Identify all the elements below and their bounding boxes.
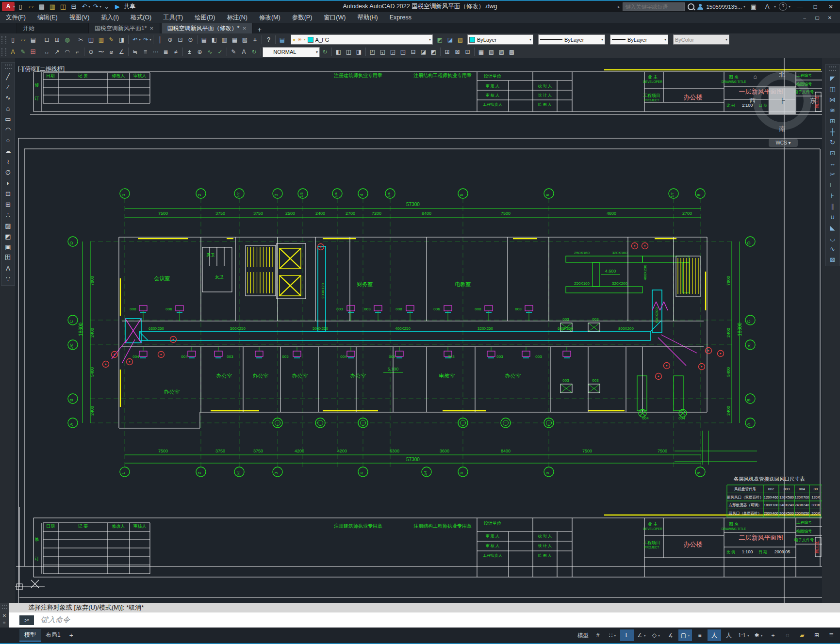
mtext-icon[interactable]: A [3, 263, 14, 274]
help-icon[interactable]: ? [779, 2, 787, 11]
layout-tab-布局1[interactable]: 布局1 [41, 629, 66, 641]
qnew-icon[interactable]: ▯ [8, 35, 18, 45]
dim-update-icon[interactable]: ↻ [249, 47, 259, 57]
dim-linear-icon[interactable]: ↔ [42, 47, 52, 57]
extend-icon[interactable]: ⊢ [827, 179, 838, 190]
search-icon[interactable] [688, 3, 694, 10]
explode-icon[interactable]: ⊠ [827, 254, 838, 265]
user-caret-icon[interactable]: ▾ [743, 4, 745, 9]
layer-on-icon[interactable]: ● [293, 37, 296, 42]
revision-cloud-icon[interactable]: ☁ [3, 145, 14, 156]
maximize-button[interactable]: □ [809, 3, 822, 10]
polygon-icon[interactable]: ⌂ [3, 103, 14, 113]
make-layer-current-icon[interactable]: ◩ [435, 35, 445, 45]
close-tab-icon[interactable]: ✕ [149, 23, 153, 33]
qsave-icon[interactable]: ▤ [36, 1, 47, 12]
erase-icon[interactable]: ◤ [827, 73, 838, 83]
erase-icon[interactable]: ⊡ [462, 47, 473, 57]
close-command-icon[interactable]: ✕ [2, 613, 6, 618]
help-icon[interactable]: ? [264, 35, 274, 45]
offset-icon[interactable]: ≋ [827, 105, 838, 115]
array-icon[interactable]: ⊞ [827, 115, 838, 126]
make-block-icon[interactable]: ⊞ [3, 199, 14, 209]
doc-window-button[interactable]: ▢ [811, 15, 824, 20]
tool-palettes-icon[interactable]: ▥ [219, 35, 230, 45]
dim-style-update-icon[interactable]: ↻ [320, 47, 330, 57]
menu-工具(T)[interactable]: 工具(T) [157, 12, 189, 23]
move-icon[interactable]: ◧ [333, 47, 344, 57]
fillet-icon[interactable]: ◪ [418, 47, 428, 57]
sheet-set-manager-icon[interactable]: ▦ [230, 35, 240, 45]
toolbar-grip[interactable] [1, 36, 6, 44]
doc-window-button[interactable]: ✕ [824, 15, 836, 20]
customization-icon[interactable]: ≣ [824, 629, 838, 641]
dim-arc-length-icon[interactable]: ◠ [62, 47, 72, 57]
clean-screen-icon[interactable]: ⊞ [810, 629, 824, 641]
rotate-icon[interactable]: ↻ [827, 137, 838, 147]
menu-窗口(W)[interactable]: 窗口(W) [318, 12, 351, 23]
menu-编辑(E)[interactable]: 编辑(E) [32, 12, 64, 23]
share-icon[interactable]: ▶ [112, 1, 123, 12]
copy-clip-icon[interactable]: ◫ [86, 35, 96, 45]
file-tab[interactable]: 国税空调新风平面（修改）*✕ [161, 23, 253, 33]
lineweight-control-dropdown[interactable]: ByLayer▾ [610, 34, 668, 45]
drawing-svg[interactable]: 121/231/31/441/4561/78121/2341/4568DC1/C… [15, 58, 822, 603]
arc-icon[interactable]: ◠ [3, 124, 14, 135]
layer-lock-icon[interactable]: ▪ [304, 37, 306, 42]
layer-dropdown-caret[interactable]: ▾ [429, 37, 431, 42]
dim-aligned-icon[interactable]: ↗ [52, 47, 62, 57]
table-icon[interactable]: 田 [3, 252, 14, 263]
layer-control-dropdown[interactable]: ● ☀ ▪ A_FG ▾ [291, 34, 433, 45]
tolerance-icon[interactable]: ± [184, 47, 195, 57]
annotation-monitor-icon[interactable]: ＋ [766, 629, 780, 641]
minimize-button[interactable]: — [793, 3, 806, 10]
plot-icon[interactable]: ⊞ [52, 35, 62, 45]
command-prompt-icon[interactable]: >▾ [19, 615, 34, 625]
graphics-performance-icon[interactable]: ▰ [795, 629, 809, 641]
search-input[interactable] [623, 2, 685, 11]
plotstyle-control-dropdown[interactable]: ByColor▾ [673, 34, 729, 45]
region-icon[interactable]: ▣ [3, 242, 14, 252]
viewport-controls-label[interactable]: [-][俯视][二维线框] [18, 65, 65, 73]
palette-grip[interactable] [829, 66, 836, 71]
new-drawing-tab-button[interactable]: + [254, 26, 265, 33]
file-tab[interactable]: 开始 [16, 23, 87, 33]
wcs-dropdown-label[interactable]: WCS ▾ [775, 140, 791, 145]
dim-style-manager-icon[interactable]: ✎ [18, 47, 28, 57]
palette-grip[interactable] [5, 64, 12, 69]
break-at-point-icon[interactable]: ⊦ [827, 190, 838, 201]
menu-Express[interactable]: Express [384, 12, 417, 23]
circle-icon[interactable]: ○ [3, 135, 14, 145]
properties-palette-icon[interactable]: ▤ [199, 35, 209, 45]
open-web-icon[interactable]: ◫ [58, 1, 68, 12]
menu-绘图(D)[interactable]: 绘图(D) [189, 12, 221, 23]
break-icon[interactable]: ▧ [486, 47, 496, 57]
spline-icon[interactable]: ≀ [3, 156, 14, 167]
file-tab[interactable]: 国税空调新风平面1*✕ [88, 23, 160, 33]
extend-icon[interactable]: ⊟ [408, 47, 418, 57]
move-icon[interactable]: ┼ [827, 126, 838, 137]
line-icon[interactable]: ╱ [3, 71, 14, 81]
dim-jogged-icon[interactable]: 〜 [96, 47, 106, 57]
color-control-dropdown[interactable]: ByLayer▾ [467, 34, 533, 45]
mirror-icon[interactable]: ⋈ [827, 94, 838, 105]
layer-states-icon[interactable]: ▧ [455, 35, 465, 45]
rotate-icon[interactable]: ◰ [367, 47, 378, 57]
polyline-icon[interactable]: ∿ [3, 92, 14, 103]
trim-icon[interactable]: ◳ [398, 47, 408, 57]
layer-previous-icon[interactable]: ◪ [445, 35, 455, 45]
polar-tracking-icon[interactable]: ∠▾ [635, 629, 648, 641]
paste-icon[interactable]: ▥ [96, 35, 106, 45]
dim-baseline-icon[interactable]: ≡ [140, 47, 150, 57]
menu-视图(V)[interactable]: 视图(V) [64, 12, 96, 23]
drawing-canvas[interactable]: 121/231/31/441/4561/78121/2341/4568DC1/C… [15, 58, 822, 603]
model-space-button[interactable]: 模型 [576, 629, 590, 641]
menu-帮助(H)[interactable]: 帮助(H) [351, 12, 383, 23]
lineweight-display-icon[interactable]: ≡ [693, 629, 707, 641]
quick-calc-icon[interactable]: ⌗ [250, 35, 260, 45]
layout-tab-模型[interactable]: 模型 [19, 629, 41, 642]
open-icon[interactable]: ▱ [26, 1, 36, 12]
layer-thaw-icon[interactable]: ☀ [297, 37, 302, 42]
help-caret-icon[interactable]: ▾ [789, 4, 791, 9]
zoom-previous-icon[interactable]: ⊙ [185, 35, 196, 45]
